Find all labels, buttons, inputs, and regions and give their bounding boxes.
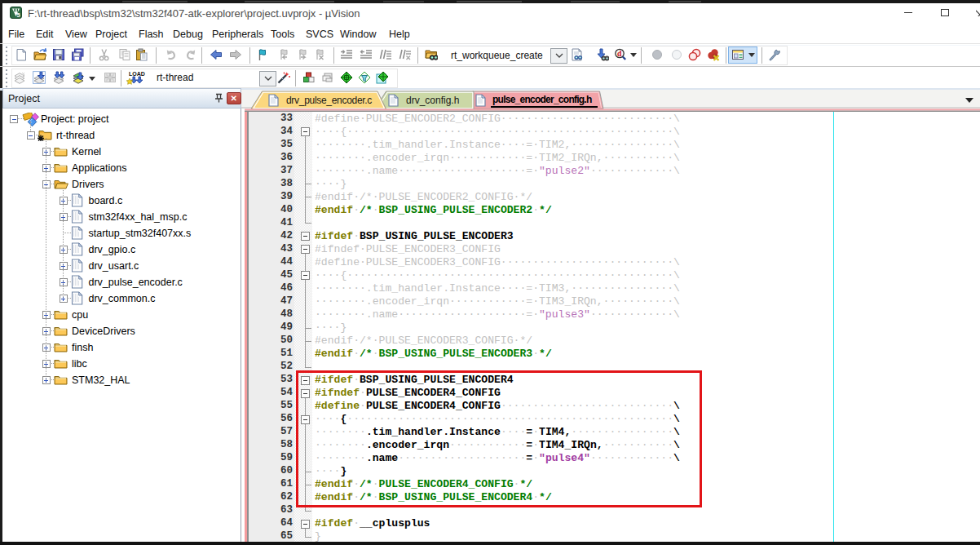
svg-text:5: 5 (17, 11, 20, 19)
svg-text:d: d (617, 50, 622, 58)
svg-text:LOAD: LOAD (129, 71, 145, 77)
